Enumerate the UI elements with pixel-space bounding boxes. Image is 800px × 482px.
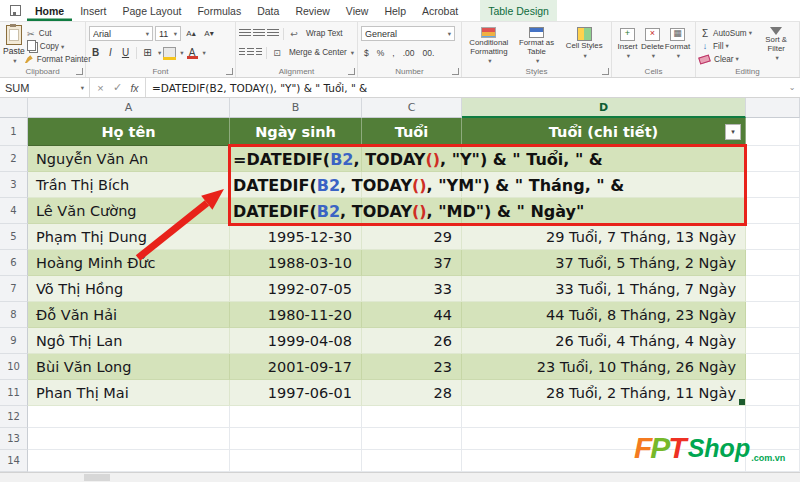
cell-A8[interactable]: Đỗ Văn Hải	[28, 302, 230, 328]
save-icon[interactable]	[10, 5, 21, 16]
cell-C9[interactable]: 26	[362, 328, 462, 354]
italic-button[interactable]: I	[104, 47, 117, 58]
cell-A6[interactable]: Hoàng Minh Đức	[28, 250, 230, 276]
increase-font-size-button[interactable]: A▴	[183, 29, 199, 38]
cell-A13[interactable]	[28, 428, 230, 450]
cell-C1[interactable]: Tuổi	[362, 118, 462, 146]
row-header-14[interactable]: 14	[0, 450, 28, 472]
copy-button[interactable]: Copy▾	[25, 41, 91, 53]
select-all-corner[interactable]	[0, 98, 28, 118]
cell-D7[interactable]: 33 Tuổi, 1 Tháng, 7 Ngày	[462, 276, 746, 302]
column-header-D[interactable]: D	[462, 98, 746, 118]
cell-C7[interactable]: 33	[362, 276, 462, 302]
clear-button[interactable]: Clear▾	[699, 53, 756, 65]
cell-E4[interactable]	[746, 198, 800, 224]
cell-C3[interactable]	[362, 172, 462, 198]
row-header-9[interactable]: 9	[0, 328, 28, 354]
fill-button[interactable]: ↓Fill▾	[699, 40, 756, 52]
ribbon-tab-help[interactable]: Help	[376, 0, 414, 21]
row-header-13[interactable]: 13	[0, 428, 28, 450]
cell-E7[interactable]	[746, 276, 800, 302]
cell-D4[interactable]	[462, 198, 746, 224]
align-top-icon[interactable]	[239, 29, 251, 38]
cell-D8[interactable]: 44 Tuổi, 8 Tháng, 23 Ngày	[462, 302, 746, 328]
row-header-5[interactable]: 5	[0, 224, 28, 250]
cell-C6[interactable]: 37	[362, 250, 462, 276]
align-bottom-icon[interactable]	[267, 29, 279, 38]
cell-C4[interactable]	[362, 198, 462, 224]
cell-A14[interactable]	[28, 450, 230, 472]
cell-D5[interactable]: 29 Tuổi, 7 Tháng, 13 Ngày	[462, 224, 746, 250]
number-format-select[interactable]: General▾	[361, 26, 455, 41]
row-header-7[interactable]: 7	[0, 276, 28, 302]
ribbon-tab-formulas[interactable]: Formulas	[189, 0, 249, 21]
delete-cells-button[interactable]: × Delete ▾	[640, 25, 665, 65]
number-dialog-launcher[interactable]	[452, 68, 459, 75]
cell-B7[interactable]: 1992-07-05	[230, 276, 362, 302]
row-header-10[interactable]: 10	[0, 354, 28, 380]
row-header-1[interactable]: 1	[0, 118, 28, 146]
autosum-button[interactable]: ΣAutoSum▾	[699, 27, 756, 39]
ribbon-tab-view[interactable]: View	[338, 0, 377, 21]
merge-center-button[interactable]: Merge & Center	[289, 48, 347, 57]
borders-button[interactable]: ⊞	[141, 47, 154, 58]
comma-style-button[interactable]: ,	[389, 48, 397, 58]
fill-color-button[interactable]	[163, 47, 176, 59]
cell-C14[interactable]	[362, 450, 462, 472]
cell-C10[interactable]: 23	[362, 354, 462, 380]
formula-bar-expand-icon[interactable]: ⌄	[784, 78, 800, 97]
cancel-formula-button[interactable]: ×	[92, 82, 109, 94]
cell-A7[interactable]: Võ Thị Hồng	[28, 276, 230, 302]
cell-D1[interactable]: Tuổi (chi tiết)▾	[462, 118, 746, 146]
cell-E11[interactable]	[746, 380, 800, 406]
row-header-2[interactable]: 2	[0, 146, 28, 172]
cell-E12[interactable]	[746, 406, 800, 428]
alignment-dialog-launcher[interactable]	[348, 68, 355, 75]
font-name-select[interactable]: Arial▾	[89, 26, 153, 41]
format-painter-button[interactable]: Format Painter	[25, 54, 91, 66]
cell-A9[interactable]: Ngô Thị Lan	[28, 328, 230, 354]
font-size-select[interactable]: 11▾	[155, 26, 181, 41]
cell-B11[interactable]: 1997-06-01	[230, 380, 362, 406]
cell-B2[interactable]	[230, 146, 362, 172]
row-header-8[interactable]: 8	[0, 302, 28, 328]
ribbon-tab-page-layout[interactable]: Page Layout	[114, 0, 189, 21]
decrease-decimal-button[interactable]: 00.	[420, 48, 438, 58]
paste-button[interactable]: Paste ▾	[3, 25, 25, 65]
cell-C12[interactable]	[362, 406, 462, 428]
wrap-text-button[interactable]: Wrap Text	[306, 29, 343, 38]
cell-D10[interactable]: 23 Tuổi, 10 Tháng, 26 Ngày	[462, 354, 746, 380]
cell-A1[interactable]: Họ tên	[28, 118, 230, 146]
cell-B3[interactable]	[230, 172, 362, 198]
cell-E6[interactable]	[746, 250, 800, 276]
font-color-button[interactable]: A	[186, 47, 199, 58]
cell-B1[interactable]: Ngày sinh	[230, 118, 362, 146]
ribbon-tab-review[interactable]: Review	[287, 0, 337, 21]
cell-E3[interactable]	[746, 172, 800, 198]
cell-D12[interactable]	[462, 406, 746, 428]
cell-D6[interactable]: 37 Tuổi, 5 Tháng, 2 Ngày	[462, 250, 746, 276]
cell-D2[interactable]	[462, 146, 746, 172]
cell-A11[interactable]: Phan Thị Mai	[28, 380, 230, 406]
cell-C5[interactable]: 29	[362, 224, 462, 250]
insert-function-button[interactable]: fx	[126, 82, 143, 94]
styles-dialog-launcher[interactable]	[602, 68, 609, 75]
cell-B5[interactable]: 1995-12-30	[230, 224, 362, 250]
ribbon-tab-acrobat[interactable]: Acrobat	[414, 0, 466, 21]
cut-button[interactable]: ✂Cut	[25, 28, 91, 40]
increase-decimal-button[interactable]: .00	[400, 48, 418, 58]
row-header-6[interactable]: 6	[0, 250, 28, 276]
formula-input[interactable]: =DATEDIF(B2, TODAY(), "Y") & " Tuổi, " &	[146, 78, 784, 97]
format-as-table-button[interactable]: Format as Table ▾	[513, 25, 561, 65]
cell-D3[interactable]	[462, 172, 746, 198]
cell-B13[interactable]	[230, 428, 362, 450]
cell-E5[interactable]	[746, 224, 800, 250]
enter-formula-button[interactable]: ✓	[109, 81, 126, 94]
cell-C8[interactable]: 44	[362, 302, 462, 328]
ribbon-tab-home[interactable]: Home	[27, 0, 72, 21]
cell-E1[interactable]	[746, 118, 800, 146]
font-dialog-launcher[interactable]	[226, 68, 233, 75]
row-header-4[interactable]: 4	[0, 198, 28, 224]
ribbon-tab-data[interactable]: Data	[249, 0, 287, 21]
cell-C11[interactable]: 28	[362, 380, 462, 406]
